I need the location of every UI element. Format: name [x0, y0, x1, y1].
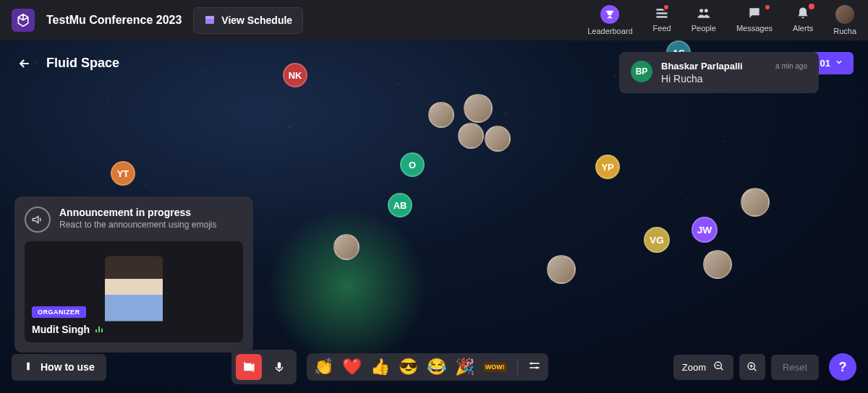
nav-people[interactable]: People: [692, 5, 716, 33]
participant-bubble[interactable]: [458, 123, 484, 149]
participant-bubble[interactable]: [703, 250, 732, 279]
emoji-wow[interactable]: WOW!: [483, 362, 507, 372]
zoom-out-icon: [713, 360, 725, 374]
emoji-heart[interactable]: ❤️: [342, 358, 362, 376]
svg-point-5: [699, 9, 703, 12]
people-icon: [696, 5, 712, 21]
svg-rect-4: [657, 16, 668, 17]
notification-badge: [764, 4, 771, 11]
participant-bubble[interactable]: [741, 188, 770, 217]
svg-rect-12: [529, 367, 540, 368]
zoom-out-button[interactable]: Zoom: [673, 355, 733, 380]
participant-bubble[interactable]: AB: [388, 193, 412, 217]
nav-messages[interactable]: Messages: [736, 5, 773, 33]
emoji-cool[interactable]: 😎: [399, 358, 418, 376]
messages-icon: [746, 5, 762, 21]
view-schedule-button[interactable]: View Schedule: [193, 7, 303, 34]
svg-rect-8: [277, 362, 281, 368]
user-glow: [268, 207, 427, 366]
app-header: TestMu Conference 2023 View Schedule Lea…: [0, 0, 868, 40]
nav-profile[interactable]: Rucha: [833, 5, 856, 35]
audio-indicator-icon: [95, 327, 103, 332]
message-toast[interactable]: BP Bhaskar Parlapalli a min ago Hi Rucha: [619, 52, 819, 93]
nav-feed[interactable]: Feed: [653, 5, 671, 33]
conference-title: TestMu Conference 2023: [46, 14, 182, 27]
participant-bubble[interactable]: [485, 126, 511, 152]
participant-bubble[interactable]: [333, 234, 359, 260]
presenter-video[interactable]: ORGANIZER Mudit Singh: [25, 241, 243, 342]
zoom-in-button[interactable]: [739, 354, 765, 380]
participant-bubble[interactable]: [464, 94, 493, 123]
header-nav: Leaderboard Feed People Messages Alerts …: [587, 5, 856, 35]
announcement-subtitle: React to the announcement using emojis: [59, 220, 216, 230]
emoji-reactions-bar: 👏 ❤️ 👍 😎 😂 🎉 WOW!: [307, 353, 548, 381]
help-button[interactable]: ?: [829, 353, 856, 381]
toast-time: a min ago: [775, 62, 807, 70]
megaphone-icon: [25, 207, 51, 233]
svg-rect-10: [529, 363, 540, 364]
how-to-use-button[interactable]: How to use: [12, 354, 106, 381]
back-button[interactable]: [14, 53, 35, 74]
presenter-name: Mudit Singh: [32, 324, 103, 335]
emoji-laugh[interactable]: 😂: [427, 358, 446, 376]
space-title: Fluid Space: [46, 56, 119, 71]
toast-sender-name: Bhaskar Parlapalli: [661, 61, 743, 72]
emoji-confetti[interactable]: 🎉: [455, 358, 475, 376]
bottom-toolbar: How to use 👏 ❤️ 👍 😎 😂 🎉 WOW! Zoom Reset …: [0, 350, 868, 384]
nav-alerts[interactable]: Alerts: [793, 5, 813, 33]
media-controls: [231, 350, 297, 384]
announcement-panel: Announcement in progress React to the an…: [14, 196, 253, 353]
announcement-title: Announcement in progress: [59, 207, 216, 218]
svg-rect-1: [205, 16, 214, 18]
toast-message: Hi Rucha: [661, 73, 807, 85]
participant-bubble[interactable]: VG: [644, 227, 670, 253]
participant-bubble[interactable]: [428, 102, 454, 128]
user-avatar: [835, 5, 854, 24]
participant-bubble[interactable]: [547, 255, 576, 284]
presenter-image: [105, 256, 163, 321]
emoji-thumbsup[interactable]: 👍: [370, 358, 390, 376]
info-icon: [23, 361, 33, 373]
participant-bubble[interactable]: JW: [692, 217, 718, 243]
room-number: 01: [820, 58, 830, 69]
svg-rect-7: [27, 362, 30, 370]
chevron-down-icon: [835, 58, 843, 69]
notification-badge: [809, 4, 814, 9]
trophy-icon: [602, 7, 618, 22]
mic-toggle-button[interactable]: [266, 354, 292, 380]
participant-bubble[interactable]: O: [400, 152, 425, 177]
organizer-badge: ORGANIZER: [32, 306, 86, 318]
nav-leaderboard[interactable]: Leaderboard: [587, 5, 632, 35]
reset-zoom-button[interactable]: Reset: [771, 355, 819, 380]
participant-bubble[interactable]: YP: [595, 155, 620, 179]
emoji-clap[interactable]: 👏: [314, 358, 333, 376]
toast-avatar: BP: [631, 61, 652, 82]
camera-toggle-button[interactable]: [236, 354, 262, 380]
svg-rect-3: [657, 12, 668, 14]
notification-badge: [663, 4, 670, 11]
participant-bubble[interactable]: YT: [111, 161, 135, 186]
emoji-settings-button[interactable]: [528, 359, 541, 375]
schedule-label: View Schedule: [221, 14, 292, 26]
svg-point-6: [705, 9, 708, 12]
calendar-icon: [204, 14, 216, 27]
zoom-controls: Zoom Reset: [673, 354, 819, 380]
app-logo: [12, 9, 35, 32]
